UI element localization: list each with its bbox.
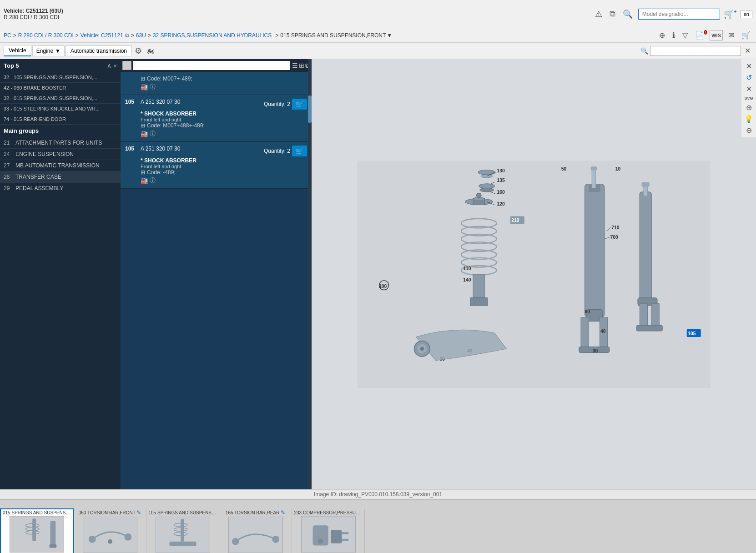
part-factory-icon-0[interactable]: 🏭 [141, 84, 148, 90]
sidebar-group-27[interactable]: 27 MB AUTOMATIC TRANSMISSION [0, 160, 121, 171]
tab-engine[interactable]: Engine ▼ [32, 45, 65, 56]
sidebar-group-24[interactable]: 24 ENGINE SUSPENSION [0, 149, 121, 160]
mail-btn[interactable]: ✉ [726, 30, 736, 40]
add-to-cart-btn[interactable]: 🛒+ [724, 9, 737, 19]
svg-point-82 [272, 536, 279, 543]
part-info-2: Front left and right [141, 164, 307, 169]
copy-icon-btn[interactable]: ⧉ [608, 7, 617, 20]
svg-text:140: 140 [463, 277, 471, 282]
svg-export-btn[interactable]: SVG [743, 95, 754, 101]
add-cart-btn-2[interactable]: 🛒 [292, 146, 307, 156]
group-label-24: ENGINE SUSPENSION [15, 151, 74, 157]
svg-point-72 [124, 533, 131, 541]
zoom-in-diagram-btn[interactable]: ⊕ [743, 102, 754, 113]
warning-icon-btn[interactable]: ⚠ [593, 7, 604, 21]
search-icon-btn[interactable]: 🔍 [621, 7, 635, 21]
svg-rect-60 [640, 304, 647, 327]
thumbnail-4[interactable]: 165 TORSION BAR,REAR ✎ [219, 508, 292, 553]
vehicle-code: Vehicle: C251121 (63U) [4, 8, 63, 14]
zoom-in-btn[interactable]: ⊕ [657, 30, 667, 40]
thumbnail-3[interactable]: 105 SPRINGS AND SUSPENSION,REAR ✎ [146, 508, 219, 553]
motorcycle-icon[interactable]: 🏍 [145, 45, 156, 56]
scrollbar-track[interactable] [308, 59, 312, 489]
grid-view-btn[interactable]: ⊞ [299, 62, 304, 70]
scrollbar-thumb[interactable] [308, 96, 312, 123]
doc-btn[interactable]: 📄! [693, 30, 706, 40]
part-info-icon-0[interactable]: ⓘ [150, 83, 156, 91]
top5-header: Top 5 ∧ « [0, 59, 121, 72]
thumbnail-img-3 [156, 517, 210, 553]
toolbar-left: Vehicle Engine ▼ Automatic transmission … [4, 45, 156, 57]
thumbnails-bar: 015 SPRINGS AND SUSPENSION,FRONT 060 TOR… [0, 499, 756, 553]
sidebar-item-top5-1[interactable]: 32 - 105 SPRINGS AND SUSPENSION,... [0, 72, 121, 83]
add-cart-btn-1[interactable]: 🛒 [292, 99, 307, 110]
svg-rect-64 [32, 518, 36, 541]
header: Vehicle: C251121 (63U) R 280 CDI / R 300… [0, 0, 756, 28]
part-code-0: ⊞ Code: M007+-489; [141, 75, 307, 82]
thumbnail-label-4: 165 TORSION BAR,REAR ✎ [226, 509, 285, 516]
group-label-27: MB AUTOMATIC TRANSMISSION [15, 162, 100, 169]
svg-rect-14 [585, 184, 605, 317]
tab-automatic-transmission[interactable]: Automatic transmission [66, 45, 132, 56]
breadcrumb-dropdown[interactable]: 015 SPRINGS AND SUSPENSION,FRONT ▼ [280, 32, 392, 39]
thumbnail-5[interactable]: 233 COMPRESSOR,PRESSURE RESERVOIR AND VA [292, 509, 365, 553]
cart-header-btn[interactable]: 🛒 [740, 30, 752, 40]
settings-icon[interactable]: ⚙ [133, 45, 144, 57]
zoom-out-diagram-btn[interactable]: ⊖ [743, 125, 754, 136]
breadcrumb-vehicle[interactable]: Vehicle: C251121 [81, 32, 123, 39]
thumbnail-label-5: 233 COMPRESSOR,PRESSURE RESERVOIR AND VA [294, 510, 363, 515]
refresh-diagram-btn[interactable]: ↺ [743, 72, 754, 83]
sidebar-item-top5-3[interactable]: 32 - 015 SPRINGS AND SUSPENSION,... [0, 93, 121, 104]
toolbar-search-icon[interactable]: 🔍 [640, 47, 648, 55]
wis-btn[interactable]: WIS [710, 30, 723, 40]
sidebar-group-28[interactable]: 28 TRANSFER CASE [0, 171, 121, 183]
cross-btn[interactable]: ✕ [743, 84, 754, 94]
svg-rect-13 [470, 298, 488, 306]
language-button[interactable]: en [741, 10, 752, 18]
part-row1-1: 105 A 251 320 07 30 Quantity: 2 🛒 [125, 99, 307, 110]
part-info-icon-1[interactable]: ⓘ [150, 130, 156, 138]
sidebar-group-21[interactable]: 21 ATTACHMENT PARTS FOR UNITS [0, 137, 121, 149]
list-view-btn[interactable]: ☰ [292, 62, 298, 70]
image-id-text: Image ID: drawing_PV000.010.158.039_vers… [314, 491, 442, 498]
tab-vehicle[interactable]: Vehicle [4, 45, 31, 56]
model-search-input[interactable] [638, 9, 720, 20]
chevron-icon: ▼ [55, 48, 60, 54]
lamp-btn[interactable]: 💡 [743, 114, 754, 124]
svg-text:80: 80 [585, 309, 590, 314]
part-factory-icon-2[interactable]: 🏭 [141, 177, 148, 184]
svg-text:710: 710 [611, 225, 619, 230]
sidebar-group-29[interactable]: 29 PEDAL ASSEMBLY [0, 183, 121, 194]
sidebar-item-top5-2[interactable]: 42 - 060 BRAKE BOOSTER [0, 83, 121, 93]
sidebar: Top 5 ∧ « 32 - 105 SPRINGS AND SUSPENSIO… [0, 59, 121, 489]
view-icons: ☰ ⊞ ⧉ [292, 62, 310, 70]
info-btn[interactable]: ℹ [670, 30, 677, 40]
part-item-2: 105 A 251 320 07 30 Quantity: 2 🛒 * SHOC… [121, 142, 312, 189]
breadcrumb-model[interactable]: R 280 CDI / R 300 CDI [18, 32, 74, 39]
part-desc-2: * SHOCK ABSORBER [141, 157, 307, 164]
toolbar-search-input[interactable] [650, 46, 741, 56]
filter-btn[interactable]: ▽ [680, 30, 690, 40]
thumbnail-label-2: 060 TORSION BAR,FRONT ✎ [79, 509, 141, 516]
breadcrumb-springs[interactable]: 32 SPRINGS,SUSPENSION AND HYDRAULICS [153, 32, 272, 39]
sidebar-item-top5-4[interactable]: 33 - 015 STEERING KNUCKLE AND WH... [0, 104, 121, 114]
part-info-icon-2[interactable]: ⓘ [150, 176, 156, 185]
close-right-btn[interactable]: ✕ [743, 61, 754, 71]
thumbnail-label-1: 015 SPRINGS AND SUSPENSION,FRONT [3, 510, 71, 515]
quantity-label-1: Quantity: 2 [264, 101, 290, 107]
parts-list-search-input[interactable] [133, 61, 290, 70]
toolbar-right: 🔍 ✕ [640, 45, 752, 56]
thumbnail-1[interactable]: 015 SPRINGS AND SUSPENSION,FRONT [0, 508, 74, 553]
toolbar-clear-btn[interactable]: ✕ [743, 45, 752, 56]
sidebar-item-top5-5[interactable]: 74 - 015 REAR-END DOOR [0, 114, 121, 125]
right-toolbar: ✕ ↺ ✕ SVG ⊕ 💡 ⊖ [741, 59, 756, 137]
thumbnail-2[interactable]: 060 TORSION BAR,FRONT ✎ [74, 508, 146, 553]
collapse-icon[interactable]: ∧ [107, 62, 111, 69]
breadcrumb-63u[interactable]: 63U [136, 32, 146, 39]
svg-point-71 [88, 536, 96, 543]
svg-rect-86 [342, 532, 348, 534]
part-factory-icon-1[interactable]: 🏭 [141, 131, 148, 137]
vehicle-copy-icon-btn[interactable]: ⧉ [125, 32, 129, 39]
breadcrumb-pc[interactable]: PC [4, 32, 11, 39]
expand-icon[interactable]: « [113, 62, 117, 69]
